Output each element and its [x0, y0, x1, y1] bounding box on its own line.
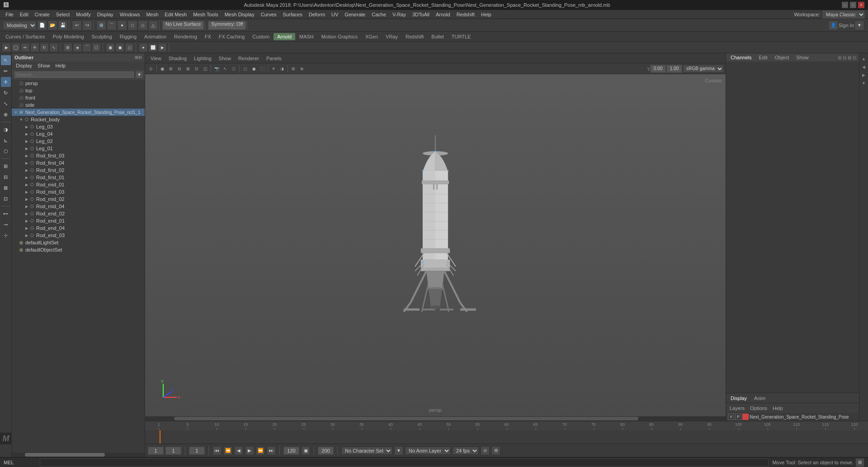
module-rendering[interactable]: Rendering	[170, 33, 201, 40]
menu-deform[interactable]: Deform	[306, 11, 328, 18]
rod-end-02-toggle[interactable]: ▶	[24, 212, 29, 216]
outliner-hscroll[interactable]	[12, 453, 145, 457]
module-vray[interactable]: VRay	[382, 33, 401, 40]
anim-layer-dropdown[interactable]: No Anim Layer	[405, 447, 451, 455]
tree-item-root[interactable]: ▼ ⊞ Next_Generation_Space_Rocket_Standin…	[12, 109, 145, 116]
vp-colorspace-select[interactable]: sRGB gamma	[683, 65, 724, 73]
universal-tool[interactable]: ⊕	[1, 110, 11, 119]
grid-btn[interactable]: ⊞	[63, 43, 72, 52]
leg02-toggle[interactable]: ▶	[24, 139, 29, 143]
menu-create[interactable]: Create	[32, 11, 52, 18]
root-toggle[interactable]: ▼	[14, 110, 18, 114]
vp-gamma-value-input[interactable]	[666, 65, 682, 73]
viewport-hscroll-thumb[interactable]	[174, 417, 638, 420]
tree-item-leg01[interactable]: ▶ ⬡ Leg_01	[12, 145, 145, 152]
tree-item-rod-first-02[interactable]: ▶ ⬡ Rod_first_02	[12, 167, 145, 174]
tab-channels[interactable]: Channels	[729, 55, 753, 60]
vp-layout-btn5[interactable]: ⊡	[193, 65, 201, 73]
tree-item-default-object-set[interactable]: ◎ defaultObjectSet	[12, 246, 145, 253]
rod-first-03-toggle[interactable]: ▶	[24, 154, 29, 158]
select-tool[interactable]: ↖	[1, 55, 11, 65]
outliner-display-menu[interactable]: Display	[14, 62, 34, 69]
rod-end-01-toggle[interactable]: ▶	[24, 219, 29, 223]
outliner-help-menu[interactable]: Help	[53, 62, 68, 69]
menu-edit[interactable]: Edit	[17, 11, 31, 18]
play-start-btn[interactable]: ⏮	[212, 446, 222, 455]
vp-smooth-btn[interactable]: ◼	[250, 65, 258, 73]
tree-item-rod-first-04[interactable]: ▶ ⬡ Rod_first_04	[12, 159, 145, 167]
rod-mid-03-toggle[interactable]: ▶	[24, 190, 29, 194]
panels-menu[interactable]: Panels	[264, 55, 284, 62]
snap-point-btn[interactable]: ●	[117, 20, 127, 30]
play-prev-key-btn[interactable]: ⏪	[223, 446, 232, 455]
vp-layout-btn3[interactable]: ⊟	[175, 65, 184, 73]
module-turtle[interactable]: TURTLE	[448, 33, 475, 40]
outliner-show-menu[interactable]: Show	[35, 62, 52, 69]
tool-rotate[interactable]: ↻	[40, 43, 49, 52]
vp-iso-btn[interactable]: ⬡	[230, 65, 238, 73]
module-sculpting[interactable]: Sculpting	[88, 33, 116, 40]
final-frame-input[interactable]	[318, 447, 334, 455]
vp-gamma-offset-input[interactable]	[650, 65, 666, 73]
new-file-btn[interactable]: 📄	[37, 20, 47, 30]
render-btn1[interactable]: ●	[139, 43, 148, 52]
tool-scale[interactable]: ⤡	[49, 43, 58, 52]
vp-select-btn[interactable]: ↖	[221, 65, 229, 73]
menu-3dtoall[interactable]: 3DToAll	[410, 11, 432, 18]
snap-view-btn[interactable]: □	[127, 20, 137, 30]
tree-item-rod-mid-04[interactable]: ▶ ⬡ Rod_mid_04	[12, 203, 145, 210]
menu-modify[interactable]: Modify	[73, 11, 93, 18]
start-frame-input[interactable]	[148, 447, 164, 455]
outliner-hscroll-thumb[interactable]	[25, 453, 104, 457]
tree-item-leg03[interactable]: ▶ ⬡ Leg_03	[12, 123, 145, 130]
maximize-button[interactable]: □	[850, 2, 856, 8]
symmetry-btn[interactable]: Symmetry: Off	[208, 21, 246, 30]
panel-icon1[interactable]: ⊞	[838, 55, 841, 60]
snap-curve-btn[interactable]: ⌒	[107, 20, 117, 30]
scale-tool[interactable]: ⤡	[1, 99, 11, 109]
tree-item-front[interactable]: 🎥 front	[12, 94, 145, 101]
vp-render-btn[interactable]: ⊙	[147, 65, 155, 73]
menu-redshift[interactable]: Redshift	[454, 11, 477, 18]
tool-box-1[interactable]: ⊞	[1, 161, 11, 171]
layer-v-checkbox[interactable]: V	[728, 414, 734, 420]
tree-item-side[interactable]: 🎥 side	[12, 101, 145, 109]
frame-box-input[interactable]	[189, 447, 205, 455]
undo-btn[interactable]: ↩	[72, 20, 82, 30]
tree-item-rod-first-03[interactable]: ▶ ⬡ Rod_first_03	[12, 152, 145, 159]
char-set-btn[interactable]: ▼	[394, 446, 403, 455]
menu-windows[interactable]: Windows	[117, 11, 143, 18]
no-live-surface-btn[interactable]: No Live Surface	[162, 21, 204, 30]
menu-mesh-display[interactable]: Mesh Display	[222, 11, 257, 18]
strip-btn2[interactable]: ◀	[860, 63, 868, 71]
tree-item-leg04[interactable]: ▶ ⬡ Leg_04	[12, 130, 145, 138]
tree-item-rod-end-02[interactable]: ▶ ⬡ Rod_end_02	[12, 210, 145, 217]
strip-btn4[interactable]: ▼	[860, 80, 868, 87]
lasso-tool[interactable]: ⊾	[1, 135, 11, 145]
play-forward-btn[interactable]: ▶	[245, 446, 254, 455]
module-bullet[interactable]: Bullet	[428, 33, 448, 40]
tree-item-rod-mid-02[interactable]: ▶ ⬡ Rod_mid_02	[12, 195, 145, 203]
menu-curves[interactable]: Curves	[258, 11, 279, 18]
tree-item-rocket-body[interactable]: ▼ ⬡ Rocket_body	[12, 116, 145, 123]
layers-menu[interactable]: Layers	[728, 405, 746, 411]
snap-object-btn[interactable]: ◇	[138, 20, 148, 30]
surface-btn[interactable]: ⬡	[92, 43, 101, 52]
tool-box-2[interactable]: ⊟	[1, 172, 11, 182]
module-motion-graphics[interactable]: Motion Graphics	[318, 33, 361, 40]
save-file-btn[interactable]: 💾	[58, 20, 68, 30]
paint-tool[interactable]: ✏	[1, 66, 11, 76]
module-poly-modeling[interactable]: Poly Modeling	[49, 33, 87, 40]
tree-item-rod-mid-03[interactable]: ▶ ⬡ Rod_mid_03	[12, 188, 145, 195]
outliner-search-dropdown[interactable]: ▼	[136, 71, 143, 78]
tool-select[interactable]: ▶	[2, 43, 11, 52]
end-frame-toggle[interactable]: ▣	[301, 446, 310, 455]
module-fx[interactable]: FX	[201, 33, 215, 40]
leg03-toggle[interactable]: ▶	[24, 125, 29, 129]
tab-display[interactable]: Display	[729, 396, 749, 401]
soft-select-tool[interactable]: ◑	[1, 124, 11, 134]
close-button[interactable]: ✕	[858, 2, 864, 8]
minimize-button[interactable]: ─	[842, 2, 848, 8]
rod-end-04-toggle[interactable]: ▶	[24, 226, 29, 230]
vp-layout-btn1[interactable]: ▣	[158, 65, 166, 73]
